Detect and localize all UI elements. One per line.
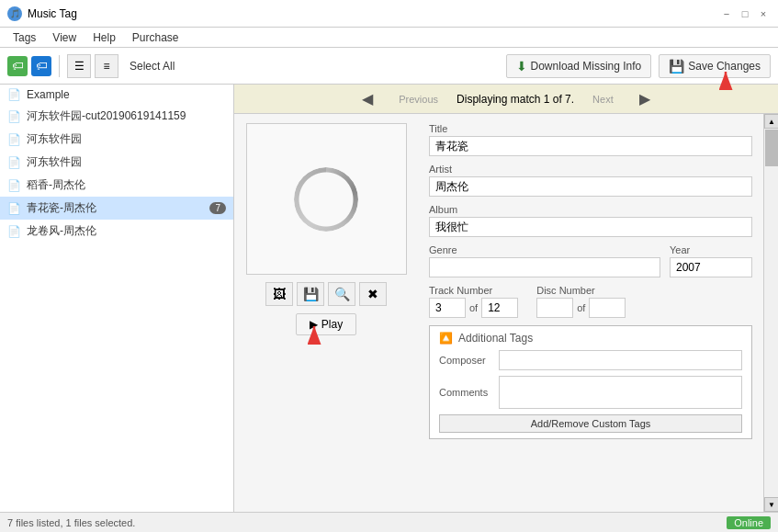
editor: 🖼 💾 🔍 ✖ ▶ Play Title Artist	[234, 114, 778, 512]
track-number-group: Track Number of	[429, 285, 518, 318]
genre-year-row: Genre Year	[429, 244, 752, 285]
sidebar-item-label: 青花瓷-周杰伦	[27, 200, 96, 216]
save-changes-label: Save Changes	[688, 60, 761, 73]
nav-bar: ◀ Previous Displaying match 1 of 7. Next…	[234, 85, 778, 114]
sidebar-item-label: 稻香-周杰伦	[27, 177, 85, 193]
track-number-input[interactable]	[429, 298, 466, 318]
file-icon: 📄	[7, 179, 21, 192]
genre-label: Genre	[429, 244, 660, 255]
sidebar-item-4[interactable]: 📄 稻香-周杰伦	[0, 174, 233, 197]
online-badge: Online	[727, 516, 771, 529]
sidebar-item-label: 河东软件园-cut20190619141159	[27, 108, 186, 124]
composer-input[interactable]	[499, 350, 742, 370]
menu-view[interactable]: View	[45, 29, 84, 46]
track-of-label: of	[469, 302, 478, 313]
sidebar-item-label: Example	[27, 88, 70, 101]
add-remove-label: Add/Remove Custom Tags	[531, 418, 651, 429]
play-icon: ▶	[310, 318, 318, 331]
toolbar-right: ⬇ Download Missing Info 💾 Save Changes	[506, 54, 771, 78]
toolbar-left: 🏷 🏷 ☰ ≡ Select All	[7, 54, 182, 78]
additional-tags-header[interactable]: 🔼 Additional Tags	[439, 332, 742, 345]
menu-tags[interactable]: Tags	[6, 29, 43, 46]
play-button[interactable]: ▶ Play	[296, 313, 356, 335]
search-cover-button[interactable]: 🔍	[328, 282, 355, 306]
content-area: ◀ Previous Displaying match 1 of 7. Next…	[234, 85, 778, 512]
sidebar-item-badge: 7	[209, 202, 226, 214]
app-icon: 🎵	[7, 6, 22, 21]
file-icon: 📄	[7, 225, 21, 238]
composer-label: Composer	[439, 355, 499, 366]
disc-total-input[interactable]	[589, 298, 626, 318]
next-label: Next	[592, 94, 614, 105]
save-changes-button[interactable]: 💾 Save Changes	[659, 54, 771, 78]
status-text: 7 files listed, 1 files selected.	[7, 517, 135, 528]
scroll-track	[764, 129, 778, 497]
sidebar-item-6[interactable]: 📄 龙卷风-周杰伦	[0, 220, 233, 243]
menu-purchase[interactable]: Purchase	[125, 29, 186, 46]
maximize-button[interactable]: □	[738, 6, 752, 21]
menu-help[interactable]: Help	[85, 29, 123, 46]
save-icon: 💾	[669, 59, 684, 74]
album-art	[246, 123, 407, 275]
disc-number-group: Disc Number of	[536, 285, 626, 318]
download-missing-label: Download Missing Info	[531, 60, 642, 73]
year-label: Year	[670, 244, 752, 255]
add-remove-custom-tags-button[interactable]: Add/Remove Custom Tags	[439, 414, 742, 433]
set-cover-button[interactable]: 🖼	[265, 282, 293, 306]
sidebar-item-5[interactable]: 📄 青花瓷-周杰伦 7	[0, 197, 233, 220]
title-bar-controls: − □ ×	[719, 6, 771, 21]
artist-field-group: Artist	[429, 164, 752, 197]
next-button[interactable]: ▶	[632, 88, 658, 109]
additional-tags-section: 🔼 Additional Tags Composer Comments Add/…	[429, 325, 752, 439]
disc-number-label: Disc Number	[536, 285, 626, 296]
artist-input[interactable]	[429, 176, 752, 197]
download-missing-button[interactable]: ⬇ Download Missing Info	[506, 54, 652, 78]
sidebar-item-example[interactable]: 📄 Example	[0, 85, 233, 105]
sidebar-item-2[interactable]: 📄 河东软件园	[0, 128, 233, 151]
sidebar: 📄 Example 📄 河东软件园-cut20190619141159 📄 河东…	[0, 85, 234, 512]
toolbar: 🏷 🏷 ☰ ≡ Select All ⬇ Download Missing In…	[0, 48, 778, 85]
year-input[interactable]	[670, 257, 752, 277]
disc-inputs: of	[536, 298, 626, 318]
file-icon: 📄	[7, 133, 21, 146]
scroll-down-button[interactable]: ▼	[764, 497, 778, 512]
sidebar-item-3[interactable]: 📄 河东软件园	[0, 151, 233, 174]
album-input[interactable]	[429, 217, 752, 237]
collapse-icon: 🔼	[439, 332, 453, 345]
file-icon: 📄	[7, 156, 21, 169]
scroll-thumb[interactable]	[765, 130, 778, 166]
sidebar-item-label: 龙卷风-周杰伦	[27, 223, 96, 239]
genre-input[interactable]	[429, 257, 660, 277]
toolbar-divider	[59, 55, 60, 77]
toolbar-icon-3: ☰	[67, 54, 91, 78]
select-all-label: Select All	[130, 60, 175, 73]
menu-bar: Tags View Help Purchase	[0, 28, 778, 48]
sidebar-item-label: 河东软件园	[27, 154, 82, 170]
additional-tags-label: Additional Tags	[458, 332, 533, 345]
sidebar-item-1[interactable]: 📄 河东软件园-cut20190619141159	[0, 105, 233, 128]
tag-fields: Title Artist Album Genre	[418, 114, 763, 512]
select-all-button[interactable]: Select All	[122, 56, 182, 76]
scroll-up-button[interactable]: ▲	[764, 114, 778, 129]
title-label: Title	[429, 123, 752, 134]
track-total-input[interactable]	[481, 298, 518, 318]
file-icon: 📄	[7, 110, 21, 123]
status-bar: 7 files listed, 1 files selected. Online	[0, 512, 778, 532]
track-inputs: of	[429, 298, 518, 318]
remove-cover-button[interactable]: ✖	[359, 282, 387, 306]
close-button[interactable]: ×	[756, 6, 771, 21]
save-cover-button[interactable]: 💾	[297, 282, 324, 306]
previous-label: Previous	[399, 94, 438, 105]
album-field-group: Album	[429, 204, 752, 237]
minimize-button[interactable]: −	[719, 6, 734, 21]
file-icon: 📄	[7, 202, 21, 215]
title-input[interactable]	[429, 136, 752, 156]
comments-label: Comments	[439, 387, 499, 398]
comments-input[interactable]	[499, 376, 742, 409]
main-layout: 📄 Example 📄 河东软件园-cut20190619141159 📄 河东…	[0, 85, 778, 512]
nav-display-text: Displaying match 1 of 7.	[457, 93, 574, 106]
title-bar: 🎵 Music Tag − □ ×	[0, 0, 778, 28]
disc-number-input[interactable]	[536, 298, 573, 318]
composer-row: Composer	[439, 350, 742, 370]
previous-button[interactable]: ◀	[355, 88, 380, 109]
